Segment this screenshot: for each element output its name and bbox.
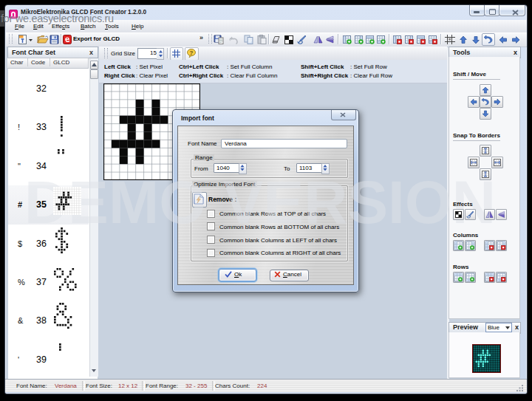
svg-text:?: ? xyxy=(190,49,194,56)
